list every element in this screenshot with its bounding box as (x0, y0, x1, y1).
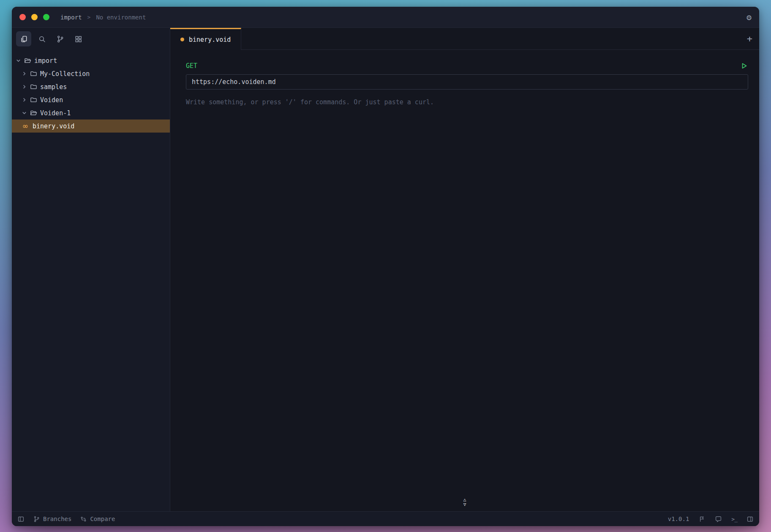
status-left: Branches Compare (17, 516, 115, 523)
send-request-button[interactable] (740, 62, 748, 70)
chat-bubble-icon (715, 516, 722, 523)
tree-item-label: Voiden (40, 96, 63, 104)
git-button[interactable] (52, 31, 68, 46)
sidebar-toolbar (12, 28, 170, 50)
tree-item-import[interactable]: import (12, 54, 170, 67)
breadcrumb-project[interactable]: import (60, 14, 82, 21)
tab-label: binery.void (189, 36, 231, 43)
environment-selector[interactable]: No environment (96, 14, 146, 21)
tree-item-samples[interactable]: samples (12, 80, 170, 93)
tab-bar: binery.void + (170, 28, 759, 50)
sidebar-toggle-button[interactable] (17, 516, 25, 523)
close-button[interactable] (19, 14, 26, 20)
file-tree: import My-Collection (12, 50, 170, 133)
folder-open-icon (24, 57, 31, 65)
flag-icon (698, 516, 706, 523)
branches-button[interactable]: Branches (33, 516, 71, 523)
main-panel: binery.void + GET (170, 28, 759, 511)
method-label[interactable]: GET (186, 62, 197, 70)
compare-label: Compare (90, 516, 115, 522)
chevron-right-icon[interactable] (21, 71, 27, 77)
request-method-row: GET (186, 62, 748, 70)
version-label: v1.0.1 (668, 516, 689, 522)
branches-label: Branches (43, 516, 71, 522)
compare-button[interactable]: Compare (80, 516, 115, 523)
tree-item-label: binery.void (33, 122, 74, 130)
git-branch-icon (33, 516, 40, 523)
files-icon (20, 35, 28, 43)
panel-layout-button[interactable] (746, 516, 754, 523)
minimize-button[interactable] (31, 14, 38, 20)
app-window: import > No environment ⚙ (12, 7, 759, 526)
chevron-right-icon[interactable] (21, 97, 27, 103)
tree-item-my-collection[interactable]: My-Collection (12, 67, 170, 80)
editor: GET Write something, or press '/' for co… (170, 50, 759, 511)
search-button[interactable] (34, 31, 49, 46)
unsaved-dot-icon (180, 38, 184, 41)
panel-right-icon (746, 516, 754, 523)
tree-item-label: My-Collection (40, 70, 90, 78)
folder-open-icon (30, 109, 37, 117)
tree-item-label: samples (40, 83, 67, 91)
infinity-file-icon: ∞ (21, 122, 30, 130)
chevron-down-icon[interactable] (21, 110, 27, 116)
zoom-button[interactable] (43, 14, 49, 20)
panel-resize-handle[interactable]: △ ▽ (463, 498, 466, 506)
git-branch-icon (56, 35, 64, 43)
tree-item-voiden[interactable]: Voiden (12, 93, 170, 106)
breadcrumb-separator-icon: > (87, 14, 91, 20)
sidebar: import My-Collection (12, 28, 170, 511)
folder-closed-icon (30, 70, 37, 78)
editor-body[interactable]: Write something, or press '/' for comman… (186, 98, 748, 106)
feedback-button[interactable] (715, 516, 722, 523)
terminal-button[interactable]: >_ (731, 516, 737, 522)
play-icon (740, 62, 748, 70)
extensions-button[interactable] (71, 31, 86, 46)
resize-down-icon: ▽ (463, 502, 466, 506)
new-tab-button[interactable]: + (747, 34, 752, 43)
resize-up-icon: △ (463, 498, 466, 502)
tree-item-binery-void[interactable]: ∞ binery.void (12, 119, 170, 133)
body-row: import My-Collection (12, 28, 759, 511)
url-field-wrapper (186, 74, 748, 90)
status-bar: Branches Compare v1.0.1 (12, 511, 759, 526)
panel-left-icon (17, 516, 25, 523)
tab-binery-void[interactable]: binery.void (170, 28, 241, 50)
files-button[interactable] (16, 31, 31, 46)
tree-item-label: Voiden-1 (40, 109, 71, 117)
compare-icon (80, 516, 87, 523)
flag-button[interactable] (698, 516, 706, 523)
editor-placeholder: Write something, or press '/' for comman… (186, 98, 748, 106)
terminal-icon: >_ (731, 516, 737, 522)
status-right: v1.0.1 >_ (668, 516, 754, 523)
chevron-down-icon[interactable] (15, 57, 22, 64)
chevron-right-icon[interactable] (21, 84, 27, 90)
url-input[interactable] (186, 78, 748, 86)
search-icon (38, 35, 46, 43)
folder-closed-icon (30, 96, 37, 104)
extensions-grid-icon (74, 35, 82, 43)
traffic-lights (19, 14, 49, 20)
settings-gear-icon[interactable]: ⚙ (746, 13, 752, 22)
tree-item-voiden-1[interactable]: Voiden-1 (12, 106, 170, 119)
titlebar: import > No environment ⚙ (12, 7, 759, 28)
folder-closed-icon (30, 83, 37, 91)
breadcrumb: import > No environment (60, 14, 146, 21)
tree-item-label: import (34, 57, 57, 65)
